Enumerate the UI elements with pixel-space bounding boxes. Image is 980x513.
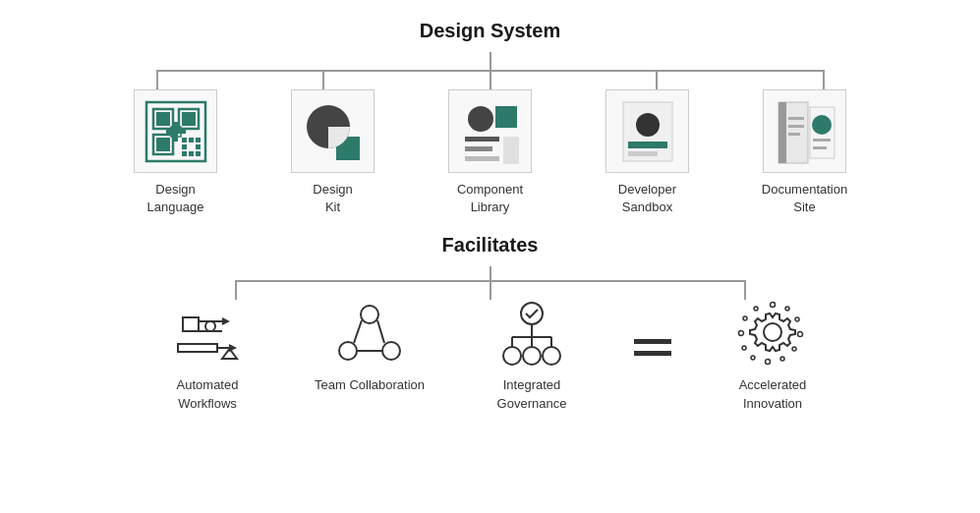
team-collaboration-item: Team Collaboration	[289, 300, 451, 394]
equals-sign-item	[613, 300, 692, 356]
svg-rect-39	[183, 317, 199, 331]
svg-point-62	[543, 347, 560, 365]
svg-rect-13	[182, 144, 187, 149]
svg-rect-2	[156, 112, 170, 126]
svg-marker-47	[222, 349, 237, 359]
facilitates-tree	[235, 266, 746, 300]
automated-workflows-icon	[168, 300, 247, 369]
svg-point-48	[361, 306, 378, 323]
svg-marker-41	[222, 317, 230, 325]
design-system-tree	[156, 52, 825, 89]
svg-rect-38	[813, 146, 827, 149]
equals-bar-bottom	[634, 351, 671, 356]
svg-rect-11	[189, 138, 194, 142]
svg-point-71	[742, 346, 746, 350]
svg-point-69	[766, 360, 771, 365]
svg-rect-34	[788, 133, 800, 136]
svg-rect-33	[788, 125, 804, 128]
svg-point-60	[503, 347, 521, 365]
svg-rect-28	[628, 142, 667, 148]
design-kit-label: Design Kit	[313, 181, 352, 216]
facilitates-title: Facilitates	[442, 234, 539, 256]
svg-rect-12	[196, 138, 201, 142]
accelerated-innovation-item: Accelerated Innovation	[692, 300, 854, 412]
documentation-site-icon	[763, 89, 846, 173]
design-kit-icon	[291, 89, 375, 173]
facilitates-branches	[235, 282, 746, 300]
svg-rect-4	[156, 138, 170, 151]
design-language-icon	[134, 89, 217, 173]
svg-rect-21	[495, 106, 517, 128]
svg-rect-25	[503, 137, 519, 164]
design-kit-item: Design Kit	[259, 89, 407, 216]
svg-line-51	[354, 320, 362, 343]
component-library-icon	[448, 89, 532, 173]
svg-rect-23	[465, 146, 492, 151]
design-language-label: Design Language	[147, 181, 204, 216]
svg-point-64	[785, 307, 789, 311]
svg-point-27	[636, 113, 660, 137]
svg-rect-29	[628, 151, 658, 156]
accelerated-innovation-icon	[733, 300, 812, 369]
svg-point-75	[764, 323, 781, 341]
branch-2	[322, 72, 324, 89]
svg-point-74	[754, 307, 758, 311]
documentation-site-item: Documentation Site	[731, 89, 879, 216]
branch-4	[656, 72, 658, 89]
integrated-governance-icon	[492, 300, 571, 369]
integrated-governance-label: Integrated Governance	[497, 376, 567, 412]
svg-point-63	[771, 303, 776, 308]
facilitates-vert-line	[490, 266, 491, 280]
svg-point-66	[798, 332, 803, 337]
component-library-label: Component Library	[457, 181, 523, 216]
svg-rect-16	[189, 151, 194, 156]
svg-rect-10	[182, 138, 187, 142]
accelerated-innovation-label: Accelerated Innovation	[739, 376, 807, 412]
automated-workflows-label: Automated Workflows	[177, 376, 239, 412]
svg-point-50	[382, 342, 400, 360]
equals-bar-top	[634, 339, 671, 344]
svg-point-61	[523, 347, 541, 365]
svg-point-65	[795, 317, 799, 321]
automated-workflows-item: Automated Workflows	[127, 300, 289, 412]
branch-1	[156, 72, 158, 89]
svg-rect-8	[166, 130, 186, 134]
branch-5	[823, 72, 825, 89]
integrated-governance-item: Integrated Governance	[451, 300, 613, 412]
design-language-item: Design Language	[102, 89, 250, 216]
documentation-site-label: Documentation Site	[762, 181, 847, 216]
svg-point-67	[792, 347, 796, 351]
equals-sign	[634, 339, 671, 356]
team-collaboration-label: Team Collaboration	[315, 376, 425, 394]
svg-rect-22	[465, 137, 499, 142]
team-collaboration-icon	[330, 300, 409, 369]
svg-rect-32	[788, 117, 804, 120]
component-library-item: Component Library	[417, 89, 564, 216]
svg-point-72	[739, 331, 744, 336]
facilitates-section: Facilitates	[0, 234, 980, 412]
svg-point-68	[780, 357, 784, 361]
svg-point-54	[521, 303, 543, 324]
facilitates-branch-2	[490, 282, 491, 300]
facilitates-items: Automated Workflows Team Collaboration	[127, 300, 854, 412]
svg-rect-14	[196, 144, 201, 149]
svg-point-43	[205, 321, 215, 331]
facilitates-branch-3	[744, 282, 746, 300]
svg-point-70	[751, 356, 755, 360]
svg-rect-17	[196, 151, 201, 156]
svg-rect-37	[813, 139, 831, 142]
branch-3	[490, 72, 491, 89]
svg-point-49	[339, 342, 357, 360]
facilitates-branch-1	[235, 282, 237, 300]
tree-branches	[156, 72, 825, 89]
svg-rect-6	[182, 112, 196, 126]
svg-rect-31	[778, 102, 786, 163]
developer-sandbox-icon	[605, 89, 689, 173]
svg-point-36	[812, 115, 832, 135]
svg-rect-24	[465, 156, 499, 161]
svg-point-73	[743, 316, 747, 320]
design-system-title: Design System	[420, 20, 560, 42]
design-system-items: Design Language Design Kit	[63, 89, 918, 216]
svg-rect-15	[182, 151, 187, 156]
top-vert-line	[490, 52, 491, 70]
